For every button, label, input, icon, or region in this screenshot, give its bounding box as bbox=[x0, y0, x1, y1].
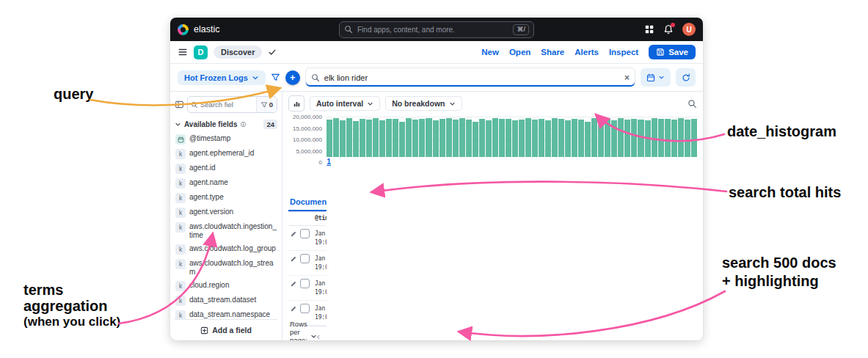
histogram-bar[interactable] bbox=[399, 122, 405, 162]
histogram-bar[interactable] bbox=[373, 118, 379, 162]
histogram-bar[interactable] bbox=[327, 120, 332, 162]
histogram-bar[interactable] bbox=[406, 118, 412, 162]
histogram-bar[interactable] bbox=[545, 120, 551, 162]
histogram-bar[interactable] bbox=[558, 119, 564, 162]
histogram-bar[interactable] bbox=[386, 119, 392, 162]
save-button[interactable]: Save bbox=[649, 45, 696, 59]
date-picker-button[interactable] bbox=[641, 68, 671, 87]
breadcrumb-discover[interactable]: Discover bbox=[214, 45, 262, 59]
prev-page-button[interactable]: ‹ bbox=[317, 332, 320, 341]
notifications-button[interactable] bbox=[663, 24, 674, 34]
field-item[interactable]: kagent.type bbox=[175, 191, 277, 205]
breakdown-select[interactable]: No breakdown bbox=[385, 96, 462, 111]
edit-document-icon[interactable] bbox=[290, 255, 297, 263]
histogram-bar[interactable] bbox=[539, 119, 544, 162]
histogram-bar[interactable] bbox=[572, 119, 577, 162]
histogram-bar[interactable] bbox=[366, 120, 372, 162]
field-item[interactable]: kagent.ephemeral_id bbox=[175, 147, 277, 161]
histogram-bar[interactable] bbox=[440, 119, 445, 162]
filter-icon[interactable] bbox=[271, 73, 280, 82]
histogram-bar[interactable] bbox=[631, 119, 637, 162]
appbar-link-inspect[interactable]: Inspect bbox=[609, 48, 638, 56]
global-search-input[interactable]: Find apps, content, and more. ⌘/ bbox=[339, 21, 534, 38]
field-item[interactable]: kagent.version bbox=[175, 206, 277, 219]
histogram-bar[interactable] bbox=[446, 118, 452, 162]
histogram-bar[interactable] bbox=[658, 119, 664, 162]
histogram-bar[interactable] bbox=[419, 119, 425, 162]
histogram-bar[interactable] bbox=[499, 119, 505, 162]
histogram-bar[interactable] bbox=[466, 120, 472, 162]
histogram-bar[interactable] bbox=[578, 120, 584, 162]
histogram-bar[interactable] bbox=[552, 118, 558, 162]
histogram-bar[interactable] bbox=[652, 118, 657, 162]
histogram-bar[interactable] bbox=[685, 120, 690, 162]
field-item[interactable]: kdata_stream.namespace bbox=[175, 309, 277, 319]
chart-options-button[interactable] bbox=[288, 95, 304, 112]
histogram-bar[interactable] bbox=[638, 120, 643, 162]
histogram-bar[interactable] bbox=[525, 118, 531, 162]
field-item[interactable]: kcloud.region bbox=[175, 280, 277, 293]
row-checkbox[interactable] bbox=[300, 229, 310, 238]
collapse-sidebar-icon[interactable] bbox=[175, 100, 184, 109]
histogram-bar[interactable] bbox=[353, 121, 359, 162]
clear-query-icon[interactable]: × bbox=[624, 73, 630, 82]
row-checkbox[interactable] bbox=[300, 279, 310, 288]
query-input[interactable]: elk lion rider × bbox=[305, 67, 635, 87]
histogram-bar[interactable] bbox=[412, 120, 418, 162]
field-item[interactable]: kaws.cloudwatch.log_stream bbox=[175, 257, 277, 278]
edit-document-icon[interactable] bbox=[290, 230, 297, 238]
histogram-bar[interactable] bbox=[333, 118, 339, 162]
histogram-bar[interactable] bbox=[519, 120, 525, 162]
histogram-bar[interactable] bbox=[479, 119, 485, 162]
histogram-bar[interactable] bbox=[459, 118, 465, 162]
user-avatar[interactable]: U bbox=[682, 23, 696, 36]
histogram-bar[interactable] bbox=[393, 119, 398, 162]
refresh-button[interactable] bbox=[676, 68, 696, 87]
menu-icon[interactable] bbox=[178, 47, 188, 57]
elastic-logo-icon[interactable] bbox=[178, 24, 189, 35]
histogram-bar[interactable] bbox=[346, 118, 352, 162]
histogram-bar[interactable] bbox=[678, 118, 684, 162]
data-view-picker[interactable]: Hot Frozen Logs bbox=[178, 70, 266, 85]
edit-document-icon[interactable] bbox=[290, 280, 297, 288]
histogram-bar[interactable] bbox=[618, 118, 624, 162]
appbar-link-new[interactable]: New bbox=[481, 48, 499, 56]
histogram-bar[interactable] bbox=[671, 120, 677, 162]
histogram-bar[interactable] bbox=[624, 120, 630, 162]
field-item[interactable]: kagent.id bbox=[175, 162, 277, 175]
histogram-bar[interactable] bbox=[512, 120, 518, 162]
page-button-1[interactable]: 1 bbox=[327, 157, 703, 340]
appbar-link-alerts[interactable]: Alerts bbox=[575, 48, 599, 56]
edit-document-icon[interactable] bbox=[290, 305, 297, 313]
histogram-bar[interactable] bbox=[532, 120, 538, 162]
histogram-bar[interactable] bbox=[360, 119, 365, 162]
histogram-bar[interactable] bbox=[506, 119, 511, 162]
histogram-bar[interactable] bbox=[598, 119, 604, 162]
space-badge[interactable]: D bbox=[194, 45, 208, 59]
histogram-bar[interactable] bbox=[433, 120, 439, 162]
row-checkbox[interactable] bbox=[300, 254, 310, 263]
histogram-bar[interactable] bbox=[492, 118, 498, 162]
field-filter-button[interactable]: 0 bbox=[256, 97, 277, 112]
histogram-bar[interactable] bbox=[591, 118, 597, 162]
chevron-down-icon[interactable] bbox=[175, 121, 181, 128]
histogram-bar[interactable] bbox=[691, 119, 697, 162]
histogram-bar[interactable] bbox=[379, 120, 385, 162]
histogram-bar[interactable] bbox=[453, 120, 459, 162]
histogram-bar[interactable] bbox=[473, 122, 478, 162]
field-item[interactable]: kaws.cloudwatch.log_group bbox=[175, 243, 277, 256]
histogram-bar[interactable] bbox=[340, 120, 346, 162]
apps-grid-icon[interactable] bbox=[644, 24, 654, 34]
histogram-bar[interactable] bbox=[665, 119, 671, 162]
field-search-input[interactable]: Search fiel 0 bbox=[187, 96, 277, 113]
histogram-bar[interactable] bbox=[426, 118, 431, 162]
appbar-link-open[interactable]: Open bbox=[509, 48, 530, 56]
histogram-bar[interactable] bbox=[645, 120, 651, 162]
appbar-link-share[interactable]: Share bbox=[541, 48, 564, 56]
row-checkbox[interactable] bbox=[300, 304, 310, 313]
histogram-bar[interactable] bbox=[611, 120, 617, 162]
histogram-bar[interactable] bbox=[486, 120, 492, 162]
interval-select[interactable]: Auto interval bbox=[310, 96, 380, 111]
explore-data-button[interactable] bbox=[688, 99, 697, 109]
histogram-bar[interactable] bbox=[605, 119, 610, 162]
